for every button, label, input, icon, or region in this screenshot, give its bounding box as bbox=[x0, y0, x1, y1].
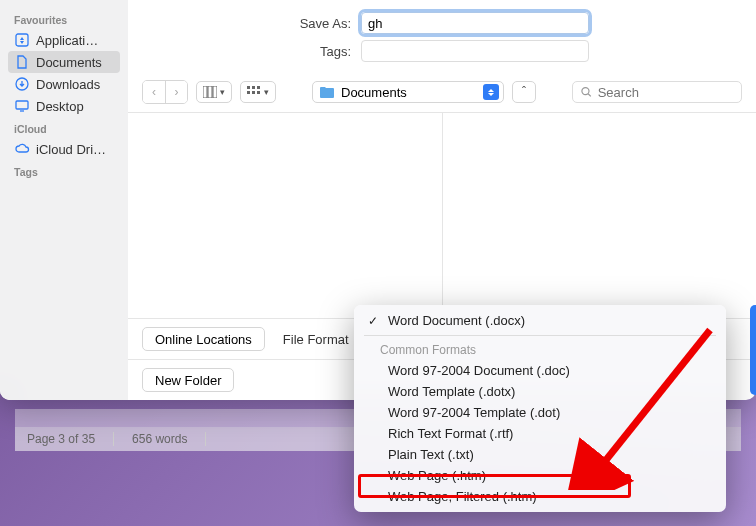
back-button[interactable]: ‹ bbox=[143, 81, 165, 103]
dropdown-item-label: Word Template (.dotx) bbox=[388, 384, 515, 399]
documents-icon bbox=[14, 54, 30, 70]
online-locations-button[interactable]: Online Locations bbox=[142, 327, 265, 351]
forward-button[interactable]: › bbox=[165, 81, 187, 103]
tags-label: Tags: bbox=[295, 44, 351, 59]
dropdown-item-doc[interactable]: Word 97-2004 Document (.doc) bbox=[354, 360, 726, 381]
dropdown-item-label: Web Page (.htm) bbox=[388, 468, 486, 483]
updown-arrows-icon bbox=[483, 84, 499, 100]
view-mode-button[interactable]: ▾ bbox=[196, 81, 232, 103]
svg-rect-5 bbox=[213, 86, 217, 98]
sidebar: Favourites Applicati… Documents Download… bbox=[0, 0, 128, 400]
top-fields: Save As: Tags: bbox=[128, 0, 756, 76]
chevron-down-icon: ▾ bbox=[220, 87, 225, 97]
svg-rect-8 bbox=[257, 86, 260, 89]
dropdown-item-docx[interactable]: ✓ Word Document (.docx) bbox=[354, 310, 726, 331]
svg-rect-3 bbox=[203, 86, 207, 98]
dropdown-item-label: Word 97-2004 Template (.dot) bbox=[388, 405, 560, 420]
dropdown-item-dotx[interactable]: Word Template (.dotx) bbox=[354, 381, 726, 402]
save-as-input[interactable] bbox=[361, 12, 589, 34]
divider bbox=[205, 432, 206, 446]
dropdown-item-label: Plain Text (.txt) bbox=[388, 447, 474, 462]
dropdown-group-header: Common Formats bbox=[354, 340, 726, 360]
search-icon bbox=[581, 86, 592, 98]
page-indicator: Page 3 of 35 bbox=[27, 432, 95, 446]
desktop-icon bbox=[14, 98, 30, 114]
dropdown-item-label: Rich Text Format (.rtf) bbox=[388, 426, 513, 441]
sidebar-section-icloud: iCloud bbox=[8, 117, 120, 138]
sidebar-item-documents[interactable]: Documents bbox=[8, 51, 120, 73]
svg-rect-6 bbox=[247, 86, 250, 89]
new-folder-button[interactable]: New Folder bbox=[142, 368, 234, 392]
dropdown-item-label: Web Page, Filtered (.htm) bbox=[388, 489, 537, 504]
word-count: 656 words bbox=[132, 432, 187, 446]
dropdown-item-txt[interactable]: Plain Text (.txt) bbox=[354, 444, 726, 465]
applications-icon bbox=[14, 32, 30, 48]
svg-rect-9 bbox=[247, 91, 250, 94]
svg-rect-2 bbox=[16, 101, 28, 109]
location-select[interactable]: Documents bbox=[312, 81, 504, 103]
sidebar-item-label: Applicati… bbox=[36, 33, 98, 48]
sidebar-item-applications[interactable]: Applicati… bbox=[8, 29, 120, 51]
downloads-icon bbox=[14, 76, 30, 92]
sidebar-item-label: Documents bbox=[36, 55, 102, 70]
collapse-button[interactable]: ˆ bbox=[512, 81, 536, 103]
divider bbox=[113, 432, 114, 446]
sidebar-item-desktop[interactable]: Desktop bbox=[8, 95, 120, 117]
file-format-label: File Format bbox=[283, 332, 349, 347]
dropdown-item-label: Word Document (.docx) bbox=[388, 313, 525, 328]
search-input[interactable] bbox=[598, 85, 733, 100]
online-locations-label: Online Locations bbox=[155, 332, 252, 347]
grid-icon bbox=[247, 86, 261, 98]
sidebar-item-label: Downloads bbox=[36, 77, 100, 92]
folder-icon bbox=[319, 85, 335, 99]
icloud-icon bbox=[14, 141, 30, 157]
sidebar-item-icloud-drive[interactable]: iCloud Dri… bbox=[8, 138, 120, 160]
nav-buttons: ‹ › bbox=[142, 80, 188, 104]
new-folder-label: New Folder bbox=[155, 373, 221, 388]
svg-rect-7 bbox=[252, 86, 255, 89]
svg-point-12 bbox=[582, 88, 589, 95]
search-box[interactable] bbox=[572, 81, 742, 103]
svg-rect-4 bbox=[208, 86, 212, 98]
location-label: Documents bbox=[341, 85, 407, 100]
file-browser[interactable] bbox=[128, 113, 756, 318]
dropdown-item-htm[interactable]: Web Page (.htm) bbox=[354, 465, 726, 486]
sidebar-item-downloads[interactable]: Downloads bbox=[8, 73, 120, 95]
group-button[interactable]: ▾ bbox=[240, 81, 276, 103]
file-format-dropdown: ✓ Word Document (.docx) Common Formats W… bbox=[354, 305, 726, 512]
browser-column[interactable] bbox=[128, 113, 443, 318]
sidebar-item-label: Desktop bbox=[36, 99, 84, 114]
svg-rect-11 bbox=[257, 91, 260, 94]
dropdown-item-rtf[interactable]: Rich Text Format (.rtf) bbox=[354, 423, 726, 444]
tags-input[interactable] bbox=[361, 40, 589, 62]
dropdown-item-dot[interactable]: Word 97-2004 Template (.dot) bbox=[354, 402, 726, 423]
svg-rect-10 bbox=[252, 91, 255, 94]
sidebar-section-favourites: Favourites bbox=[8, 8, 120, 29]
chevron-up-icon: ˆ bbox=[522, 85, 526, 99]
dropdown-item-htm-filtered[interactable]: Web Page, Filtered (.htm) bbox=[354, 486, 726, 507]
save-as-label: Save As: bbox=[295, 16, 351, 31]
toolbar: ‹ › ▾ ▾ Documents ˆ bbox=[128, 76, 756, 113]
columns-icon bbox=[203, 86, 217, 98]
checkmark-icon: ✓ bbox=[368, 314, 380, 328]
dropdown-item-label: Word 97-2004 Document (.doc) bbox=[388, 363, 570, 378]
browser-column[interactable] bbox=[443, 113, 757, 318]
sidebar-item-label: iCloud Dri… bbox=[36, 142, 106, 157]
save-button-edge[interactable] bbox=[750, 305, 756, 395]
sidebar-section-tags: Tags bbox=[8, 160, 120, 181]
separator bbox=[364, 335, 716, 336]
chevron-down-icon: ▾ bbox=[264, 87, 269, 97]
